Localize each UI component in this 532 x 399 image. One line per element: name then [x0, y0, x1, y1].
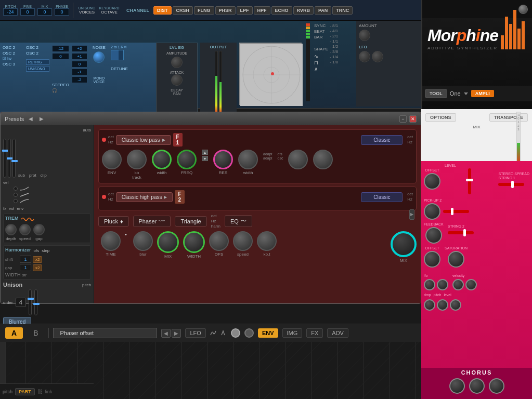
shape-label: SHAPE [314, 47, 328, 51]
fx-btn-pan[interactable]: PAN [315, 6, 331, 15]
trem-gap-knob[interactable] [33, 224, 45, 235]
fx-btn-flng[interactable]: FLNG [194, 6, 214, 15]
saturation-knob[interactable] [448, 251, 464, 268]
param-next-btn[interactable]: ▶ [172, 329, 181, 338]
fx-btn-phsr[interactable]: PHSR [215, 6, 236, 15]
chorus-knob1[interactable] [449, 378, 465, 394]
val7: -2 [72, 76, 87, 83]
filter1-name-btn[interactable]: Classic low pass ▶ [116, 135, 171, 145]
prev-preset-btn[interactable]: ◀ [27, 115, 35, 122]
gap-label: gap [35, 236, 42, 241]
width-knob-label: WIDTH [187, 254, 201, 259]
filter1-width-knob[interactable] [152, 150, 172, 169]
lfo-amount-knob[interactable] [359, 30, 370, 41]
attack-knob[interactable] [171, 74, 183, 86]
harmonizer-label: Harmonizer [5, 247, 31, 252]
vel-r-knob2[interactable] [465, 279, 477, 290]
ofs-knob[interactable] [209, 231, 229, 251]
minimize-button[interactable]: − [399, 115, 407, 123]
close-button[interactable]: ✕ [409, 115, 417, 123]
fx-btn-hpf[interactable]: HPF [254, 6, 270, 15]
filter1-up-btn[interactable]: ▲ [202, 150, 208, 155]
pluck-button[interactable]: Pluck ♦ [98, 216, 129, 227]
time-knob[interactable] [101, 231, 121, 251]
kbt-knob[interactable] [257, 231, 277, 251]
filter1-down-btn[interactable]: ▼ [202, 156, 208, 161]
pitch-r-knob[interactable] [437, 299, 448, 311]
mix-knob[interactable] [157, 231, 179, 253]
stereo-spread-label: STEREO SPREAD [498, 172, 529, 176]
fx-btn-lpf[interactable]: LPF [237, 6, 253, 15]
lfo-circle-control[interactable] [231, 328, 240, 338]
phaser-button[interactable]: Phaser 〰 [133, 216, 171, 227]
fx-tool-btn[interactable]: FX [306, 328, 323, 338]
pickup2-knob1[interactable] [424, 203, 440, 220]
mix-right-knob[interactable] [391, 231, 417, 257]
adapt-label-r2: adapt [263, 156, 273, 160]
filter1-kb-knob[interactable] [127, 150, 147, 169]
val4: +1 [72, 53, 87, 60]
gap2-value[interactable]: 1 [20, 264, 31, 271]
trem-depth-knob[interactable] [5, 224, 17, 235]
triangle-button[interactable]: Triangle [175, 216, 206, 227]
options-btn[interactable]: OPTIONS [425, 113, 456, 122]
trem-speed-knob[interactable] [19, 224, 31, 235]
filter1-classic-dropdown[interactable]: Classic [361, 135, 403, 145]
filter1-extra-knob1[interactable] [288, 150, 308, 169]
filter1-res-knob[interactable] [213, 150, 233, 169]
offset-knob[interactable] [424, 173, 440, 190]
filter1-extra-knob2[interactable] [313, 150, 333, 169]
osc2-val2: 0 [52, 53, 69, 60]
filter2-name-btn[interactable]: Classic high pass ▶ [116, 192, 173, 202]
dmp-knob[interactable] [424, 299, 435, 311]
clip-label: clip [41, 173, 47, 178]
offset2-knob[interactable] [424, 251, 440, 268]
x2-btn-2[interactable]: x2 [33, 264, 42, 271]
lfo-tool-btn[interactable]: LFO [185, 328, 205, 338]
level2-knob[interactable] [450, 299, 461, 311]
img-btn[interactable]: IMG [282, 328, 303, 338]
fx-btn-echo[interactable]: ECHO [271, 6, 292, 15]
lfo-r-knob1[interactable] [424, 279, 435, 290]
filter1-freq-knob[interactable] [177, 150, 197, 169]
tool-button[interactable]: TOOL [425, 89, 447, 98]
speed-pluck-knob[interactable] [233, 231, 253, 251]
fx-btn-dist[interactable]: DIST [153, 6, 172, 15]
env-active-btn[interactable]: ENV [258, 328, 278, 338]
shift-value[interactable]: 1 [20, 256, 31, 263]
amplitude-button[interactable]: AMPLI [471, 90, 494, 97]
plugin-right-arrow[interactable]: ▶ [409, 209, 414, 220]
tab-a[interactable]: A [5, 327, 23, 339]
tab-b[interactable]: B [27, 327, 44, 339]
fx-btn-rvrb[interactable]: RVRB [293, 6, 314, 15]
lfo-knob1[interactable] [359, 51, 370, 62]
adv-btn[interactable]: ADV [327, 328, 348, 338]
filter2-classic-dropdown[interactable]: Classic [361, 192, 403, 202]
feedback-knob[interactable] [425, 227, 442, 244]
lfo-circle-control2[interactable] [244, 328, 254, 338]
next-preset-btn[interactable]: ▶ [37, 115, 46, 122]
morphine-panel: Morphine ADDITIVE SYNTHESIZER GLIDE TOOL… [421, 0, 532, 109]
adapt-dot-1 [102, 138, 106, 142]
filter1-width2-knob[interactable] [238, 150, 258, 169]
fx-btn-crsh[interactable]: CRSH [173, 6, 193, 15]
amplitude-label: AMPLITUDE [159, 51, 195, 55]
lfo-knob2[interactable] [372, 51, 383, 62]
filter1-section: oct Hz Classic low pass ▶ F1 Classic oct… [98, 129, 417, 183]
eq-button[interactable]: EQ 〜 [225, 215, 252, 227]
lfo-r-knob2[interactable] [437, 279, 448, 290]
width-pluck-knob[interactable] [183, 231, 205, 253]
order-value[interactable]: 4 [16, 298, 26, 307]
chorus-knob3[interactable] [489, 378, 504, 394]
amplitude-knob[interactable] [171, 57, 183, 68]
vel-r-knob1[interactable] [452, 279, 464, 290]
chevron-down-icon [463, 91, 469, 96]
blur-knob[interactable] [133, 231, 153, 251]
fx-btn-trnc[interactable]: TRNC [332, 6, 353, 15]
x2-btn-1[interactable]: x2 [33, 256, 42, 263]
chorus-knob2[interactable] [469, 378, 485, 394]
param-prev-btn[interactable]: ◀ [161, 329, 171, 338]
noise-knob[interactable] [93, 51, 105, 63]
eq-label: EQ [230, 218, 239, 224]
filter1-env-knob[interactable] [102, 150, 122, 169]
